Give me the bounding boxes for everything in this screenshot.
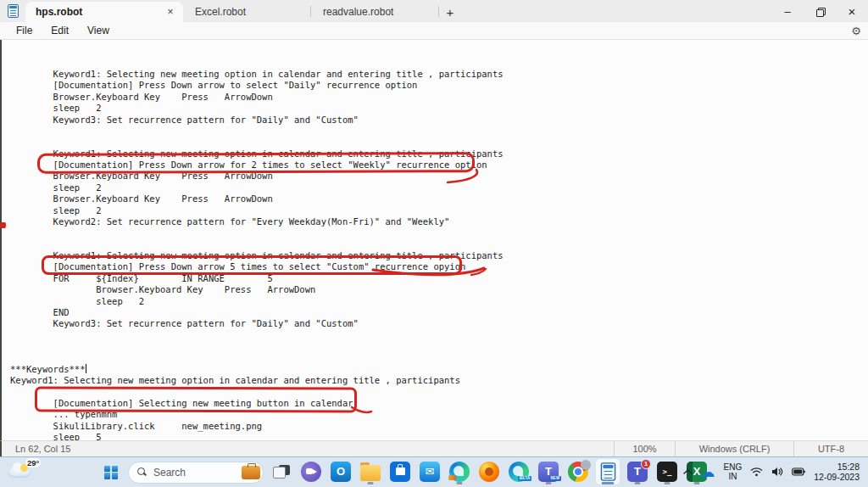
chrome-profile-badge [581,460,591,470]
taskbar-edge-button[interactable] [448,459,471,484]
search-daily-image-icon[interactable] [242,466,260,479]
running-indicator [546,482,552,484]
taskbar: 29° Search O✉BETATNEWT1>_X ☁ ENG IN [0,456,868,487]
cursor-position: Ln 62, Col 15 [2,444,614,454]
text-caret [86,364,86,373]
onedrive-icon[interactable]: ☁ [701,465,715,479]
running-indicator [635,482,641,484]
editor-line: sleep 2 [10,182,868,193]
editor-line: Browser.Keyboard Key Press ArrowDown [10,284,868,295]
taskbar-store-button[interactable] [388,459,412,484]
taskbar-meet-button[interactable] [299,459,323,484]
editor-line [10,126,868,137]
battery-icon[interactable] [792,467,805,476]
editor-line: Keyword3: Set recurrence pattern for "Da… [10,115,868,126]
editor-line [10,330,868,341]
taskbar-chrome-button[interactable] [566,459,590,484]
editor-line: Browser.Keyboard Key Press ArrowDown [10,92,868,103]
tab-label: hps.robot [36,6,82,18]
editor-lines: Keyword1: Selecting new meeting option i… [2,40,868,440]
tab-excel-robot[interactable]: Excel.robot [183,2,310,22]
tray-date: 12-09-2023 [814,472,860,482]
line-ending: Windows (CRLF) [675,441,793,456]
language-line1: ENG [724,462,743,472]
weather-widget[interactable]: 29° [7,459,58,484]
editor-line: FOR ${Index} IN RANGE 5 [10,273,868,284]
editor-line: Keyword1: Selecting new meeting option i… [10,375,868,386]
editor-line: Keyword1: Selecting new meeting option i… [10,69,868,80]
menu-edit[interactable]: Edit [42,25,78,36]
editor-line: Browser.Keyboard Key Press ArrowDown [10,193,868,204]
editor-line: sleep 2 [10,296,868,307]
tray-chevron-icon[interactable] [683,468,693,475]
taskbar-firefox-button[interactable] [477,459,501,484]
tab-readvalue-robot[interactable]: readvalue.robot [311,2,438,22]
editor-line: sleep 2 [10,103,868,114]
beta-tag: BETA [518,476,531,481]
taskbar-edge-beta-button[interactable]: BETA [507,459,531,484]
notepad-window: hps.robot × Excel.robot readvalue.robot … [0,0,868,456]
language-indicator[interactable]: ENG IN [724,462,743,481]
restore-icon [816,8,824,15]
editor-line: [Documentation] Selecting new meeting bu… [10,398,868,409]
settings-gear-icon[interactable]: ⚙ [851,22,861,40]
chrome-icon [568,462,588,482]
editor-line [10,239,868,250]
taskbar-terminal-button[interactable]: >_ [655,459,679,484]
new-tab-button[interactable]: + [439,2,461,22]
editor-line: ... typenmnm [10,409,868,420]
editor-line [10,387,868,398]
taskbar-file-explorer-button[interactable] [359,459,382,484]
titlebar: hps.robot × Excel.robot readvalue.robot … [0,0,868,22]
menu-view[interactable]: View [78,25,119,36]
tab-label: readvalue.robot [323,6,393,18]
taskbar-teams-new-button[interactable]: TNEW [537,459,560,484]
editor-line: [Documentation] Press Down arrow for 2 t… [10,160,868,171]
menubar: File Edit View ⚙ [0,22,868,40]
taskbar-outlook-button[interactable]: O [329,459,353,484]
notepad-taskbar-icon [600,462,615,481]
volume-icon[interactable] [771,467,783,477]
zoom-level: 100% [614,441,675,456]
notification-badge: 1 [641,459,651,469]
taskbar-mail-button[interactable]: ✉ [418,459,442,484]
editor-line [10,341,868,352]
minimize-button[interactable]: – [771,0,804,22]
terminal-icon: >_ [657,462,677,482]
tab-label: Excel.robot [195,6,246,18]
firefox-icon [479,462,499,482]
file-explorer-icon [360,465,381,481]
taskbar-notepad-button[interactable] [596,459,620,484]
windows-logo-icon [104,466,118,479]
menu-file[interactable]: File [7,25,42,36]
tab-hps-robot[interactable]: hps.robot × [25,2,183,22]
editor-line: [Documentation] Press Down arrow to sele… [10,80,868,91]
search-box[interactable]: Search [128,462,264,484]
taskbar-task-view-button[interactable] [270,459,293,484]
editor-line: Keyword2: Set recurrence pattern for "Ev… [10,216,868,227]
search-placeholder: Search [153,467,242,479]
teams-new-icon: TNEW [538,462,559,482]
teams-classic-icon: T1 [627,462,648,482]
running-indicator [457,482,463,484]
mail-icon: ✉ [420,462,440,482]
clock[interactable]: 15:28 12-09-2023 [814,462,860,482]
editor-line: Keyword3: Set recurrence pattern for "Da… [10,318,868,329]
editor-line: Keyword1: Selecting new meeting option i… [10,148,868,160]
restore-button[interactable] [804,0,836,22]
editor-line: ***Keywords*** [10,364,868,375]
search-icon [137,467,147,477]
taskbar-teams-classic-button[interactable]: T1 [626,459,649,484]
edge-icon [449,462,470,482]
edge-badge [448,475,456,480]
text-editor[interactable]: Keyword1: Selecting new meeting option i… [0,40,868,440]
wifi-icon[interactable] [750,467,763,477]
editor-line: Keyword1: Selecting new meeting option i… [10,250,868,261]
close-button[interactable]: × [836,0,868,22]
close-tab-icon[interactable]: × [163,4,178,20]
store-icon [390,462,410,482]
running-indicator [368,482,374,484]
running-indicator [665,482,670,484]
start-button[interactable] [100,462,122,484]
notepad-app-icon [0,0,25,22]
